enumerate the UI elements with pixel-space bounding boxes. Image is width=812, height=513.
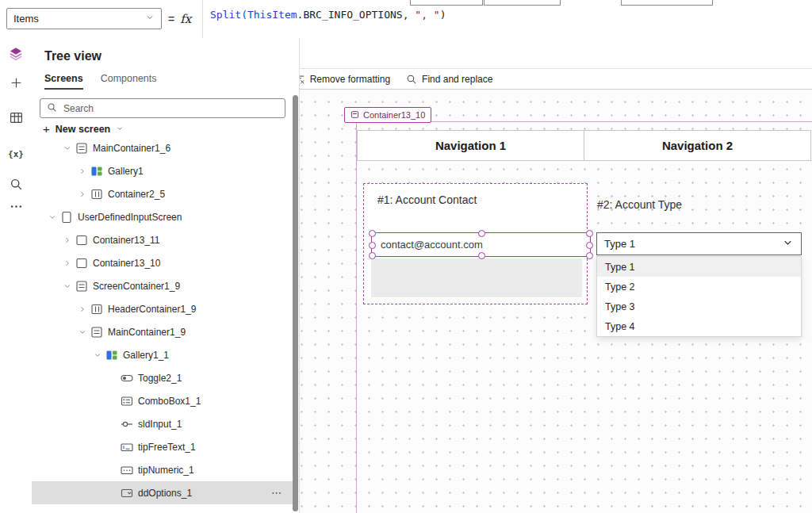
tab-components[interactable]: Components [101,73,157,90]
resize-handle[interactable] [369,230,376,237]
chevron-right-icon[interactable] [76,305,89,313]
navigation-2-button[interactable]: Navigation 2 [584,130,811,161]
tree-item-HeaderContainer1_9[interactable]: HeaderContainer1_9 [32,297,293,320]
container-h-icon [90,188,103,201]
search-input[interactable] [62,102,278,115]
dropdown-option-list: Type 1Type 2Type 3Type 4 [596,256,802,337]
tree-item-label: ComboBox1_1 [138,396,201,407]
tree-item-list: MainContainer1_6Gallery1Container2_5User… [32,136,293,504]
tree-item-Container2_5[interactable]: Container2_5 [32,182,293,205]
chevron-down-icon [145,13,155,25]
tree-item-MainContainer1_9[interactable]: MainContainer1_9 [32,320,293,343]
formula-token: , [403,9,416,21]
tree-item-Gallery1[interactable]: Gallery1 [32,159,293,182]
tree-item-Toggle2_1[interactable]: Toggle2_1 [32,366,293,389]
tree-view-button[interactable] [5,44,27,67]
tree-item-ddOptions_1[interactable]: ddOptions_1⋯ [32,481,293,504]
numeric-input-icon [121,464,133,477]
tree-item-MainContainer1_6[interactable]: MainContainer1_6 [32,136,293,159]
resize-handle[interactable] [478,252,485,259]
tree-search[interactable] [40,98,285,118]
dropdown-option[interactable]: Type 3 [597,297,801,316]
resize-handle[interactable] [369,252,376,259]
account-contact-input[interactable]: contact@account.com [371,232,591,257]
chevron-down-icon[interactable] [91,351,104,359]
chevron-right-icon[interactable] [61,259,74,267]
tree-item-sldInput_1[interactable]: sldInput_1 [32,412,293,435]
tree-item-label: HeaderContainer1_9 [108,304,196,315]
tree-item-label: Container2_5 [108,189,165,200]
dropdown-option[interactable]: Type 2 [597,277,801,297]
more-button[interactable] [5,197,27,219]
screen-icon [60,211,73,224]
dropdown-option[interactable]: Type 4 [597,316,801,336]
tree-item-Gallery1_1[interactable]: Gallery1_1 [32,343,293,366]
tree-item-tipFreeText_1[interactable]: tipFreeText_1 [32,435,293,458]
resize-handle[interactable] [586,252,593,259]
new-screen-button[interactable]: + New screen [43,122,124,136]
chevron-down-icon[interactable] [61,144,74,152]
item-overflow-button[interactable]: ⋯ [271,487,282,499]
formula-token: ThisItem [247,9,297,21]
dropdown-option[interactable]: Type 1 [597,257,801,277]
tree-item-UserDefinedInputScreen[interactable]: UserDefinedInputScreen [32,205,293,228]
tab-screens[interactable]: Screens [44,73,83,90]
find-replace-button[interactable]: Find and replace [398,69,500,89]
container-icon [75,234,88,247]
data-button[interactable] [5,108,27,130]
container-v-icon [75,142,88,155]
placeholder-block [371,258,582,297]
plus-icon [10,76,23,93]
tree-item-Container13_11[interactable]: Container13_11 [32,228,293,251]
tree-item-label: MainContainer1_9 [108,327,186,338]
tree-scrollbar[interactable] [293,95,298,511]
variables-button[interactable]: {x} [5,143,27,165]
layers-icon [9,47,23,64]
chevron-down-icon[interactable] [46,213,59,221]
chevron-right-icon[interactable] [61,236,74,244]
property-selector[interactable]: Items [6,8,162,29]
tree-item-ComboBox1_1[interactable]: ComboBox1_1 [32,389,293,412]
tree-item-label: ddOptions_1 [138,488,192,499]
tree-item-label: Container13_11 [93,235,160,246]
account-contact-value: contact@account.com [381,239,483,251]
tree-item-label: UserDefinedInputScreen [78,212,182,223]
clipped-toolbar-fragment [621,0,713,6]
resize-handle[interactable] [478,230,485,237]
tree-item-tipNumeric_1[interactable]: tipNumeric_1 [32,458,293,481]
chevron-down-icon [116,124,124,135]
gallery-icon [105,349,118,362]
chevron-down-icon[interactable] [61,282,74,290]
gallery-icon [90,165,103,178]
container-icon [75,257,88,270]
property-selector-value: Items [13,13,39,25]
formula-token: ) [440,9,446,21]
container-h-icon [90,303,103,316]
tree-item-label: Container13_10 [93,258,160,269]
gallery-item-card[interactable]: #1: Account Contact contact@account.com [363,183,588,304]
remove-formatting-button[interactable]: Remove formatting [286,69,398,89]
selected-container-chip[interactable]: Container13_10 [344,107,431,123]
resize-handle[interactable] [369,242,376,249]
navigation-1-button[interactable]: Navigation 1 [357,130,584,161]
chevron-down-icon[interactable] [76,328,89,336]
dropdown-icon [121,487,133,500]
container-v-icon [75,280,88,293]
tree-item-label: MainContainer1_6 [93,143,170,154]
find-replace-icon [406,74,417,85]
chevron-down-icon [782,238,794,250]
formula-token: ", " [415,9,439,21]
search-icon [47,101,57,116]
tree-item-ScreenContainer1_9[interactable]: ScreenContainer1_9 [32,274,293,297]
clipped-toolbar-fragment [410,0,483,6]
chevron-right-icon[interactable] [76,167,89,175]
selected-container-label: Container13_10 [363,110,425,120]
search-button[interactable] [5,174,27,197]
chevron-right-icon[interactable] [76,190,89,198]
design-canvas[interactable]: Container13_10 Navigation 1 Navigation 2… [300,90,812,513]
tree-item-Container13_10[interactable]: Container13_10 [32,251,293,274]
insert-button[interactable] [5,73,27,95]
resize-handle[interactable] [586,242,593,249]
resize-handle[interactable] [586,230,593,237]
account-type-dropdown[interactable]: Type 1 [596,232,802,255]
